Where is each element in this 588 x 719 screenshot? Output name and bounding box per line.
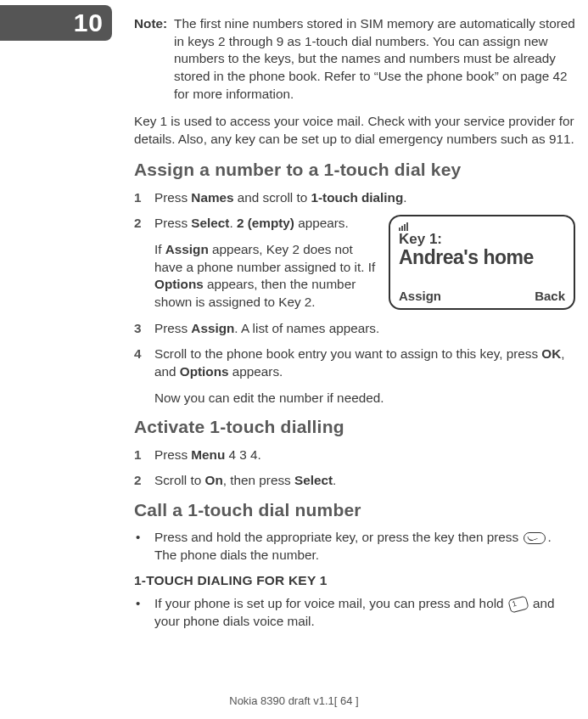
t: Press xyxy=(154,447,191,462)
note-text: The first nine numbers stored in SIM mem… xyxy=(174,15,575,103)
t: and scroll to xyxy=(234,190,311,205)
step-number: 2 xyxy=(134,472,154,490)
key-1-icon xyxy=(507,596,529,614)
call-bullet: • Press and hold the appropriate key, or… xyxy=(134,529,575,564)
call-key-icon xyxy=(524,532,546,544)
bold: OK xyxy=(541,346,561,361)
step-4-sub: Now you can edit the number if needed. xyxy=(154,390,575,407)
step-3: 3 Press Assign. A list of names appears. xyxy=(134,320,575,338)
bullet-icon: • xyxy=(134,595,154,630)
t: 4 3 4. xyxy=(225,447,261,462)
t: Press and hold the appropriate key, or p… xyxy=(154,530,522,544)
bullet-icon: • xyxy=(134,529,154,564)
page-footer: Nokia 8390 draft v1.1[ 64 ] xyxy=(0,694,588,707)
bold: Options xyxy=(154,277,204,291)
t: , then press xyxy=(223,473,294,487)
bold: Options xyxy=(180,364,229,379)
bold: Names xyxy=(191,190,233,205)
step-body: Press Assign. A list of names appears. xyxy=(154,320,575,338)
heading-call: Call a 1-touch dial number xyxy=(134,498,575,522)
t: If your phone is set up for voice mail, … xyxy=(154,596,507,610)
t: Scroll to the phone book entry you want … xyxy=(154,346,541,361)
step-body: Scroll to On, then press Select. xyxy=(154,472,575,490)
t: . xyxy=(333,473,336,487)
subheading-key1: 1-TOUCH DIALING FOR KEY 1 xyxy=(134,572,575,590)
intro-paragraph: Key 1 is used to access your voice mail.… xyxy=(134,113,575,148)
step-body: Press Select. 2 (empty) appears. xyxy=(154,215,378,233)
t: . xyxy=(229,216,237,230)
step-2-sub: If Assign appears, Key 2 does not have a… xyxy=(154,241,400,312)
bold: Menu xyxy=(191,447,225,462)
heading-activate: Activate 1-touch dialling xyxy=(134,415,575,439)
bold: Assign xyxy=(191,321,234,335)
screen-name: Andrea's home xyxy=(399,247,565,267)
t: appears. xyxy=(294,216,349,230)
bold: Select xyxy=(191,216,229,230)
step-number: 1 xyxy=(134,189,154,207)
phone-screen-figure: Key 1: Andrea's home Assign Back xyxy=(389,215,575,310)
heading-assign: Assign a number to a 1-touch dial key xyxy=(134,158,575,182)
step-4: 4 Scroll to the phone book entry you wan… xyxy=(134,345,575,380)
t: . A list of names appears. xyxy=(234,321,379,335)
t: Scroll to xyxy=(154,473,205,487)
step-number: 4 xyxy=(134,345,154,380)
bold: 1-touch dialing xyxy=(311,190,404,205)
step-body: Press Menu 4 3 4. xyxy=(154,447,575,464)
t: If xyxy=(154,242,165,256)
step-number: 3 xyxy=(134,320,154,338)
svg-rect-2 xyxy=(404,224,406,231)
step-body: Press Names and scroll to 1-touch dialin… xyxy=(154,189,575,207)
t: Press xyxy=(154,321,191,335)
t: . xyxy=(403,190,406,205)
page-content: Note: The first nine numbers stored in S… xyxy=(134,15,575,639)
softkey-right: Back xyxy=(535,288,565,305)
step-1: 1 Press Names and scroll to 1-touch dial… xyxy=(134,189,575,207)
screen-key-label: Key 1: xyxy=(399,232,565,247)
bullet-body: If your phone is set up for voice mail, … xyxy=(154,595,575,630)
svg-rect-3 xyxy=(406,222,408,231)
step-2: 2 Press Select. 2 (empty) appears. xyxy=(134,215,378,233)
t: Press xyxy=(154,190,191,205)
step-body: Scroll to the phone book entry you want … xyxy=(154,345,575,380)
bullet-body: Press and hold the appropriate key, or p… xyxy=(154,529,575,564)
bold: On xyxy=(205,473,223,487)
bold: Select xyxy=(294,473,333,487)
bold: Assign xyxy=(165,242,209,256)
note-label: Note: xyxy=(134,15,167,103)
t: Press xyxy=(154,216,191,230)
bold: 2 (empty) xyxy=(237,216,294,230)
activate-step-1: 1 Press Menu 4 3 4. xyxy=(134,447,575,464)
softkey-left: Assign xyxy=(399,288,441,305)
step-number: 1 xyxy=(134,447,154,464)
note-block: Note: The first nine numbers stored in S… xyxy=(134,15,575,103)
activate-step-2: 2 Scroll to On, then press Select. xyxy=(134,472,575,490)
key1-bullet: • If your phone is set up for voice mail… xyxy=(134,595,575,630)
t: appears. xyxy=(229,364,283,379)
step-number: 2 xyxy=(134,215,154,233)
page-number-tab: 10 xyxy=(0,5,112,41)
